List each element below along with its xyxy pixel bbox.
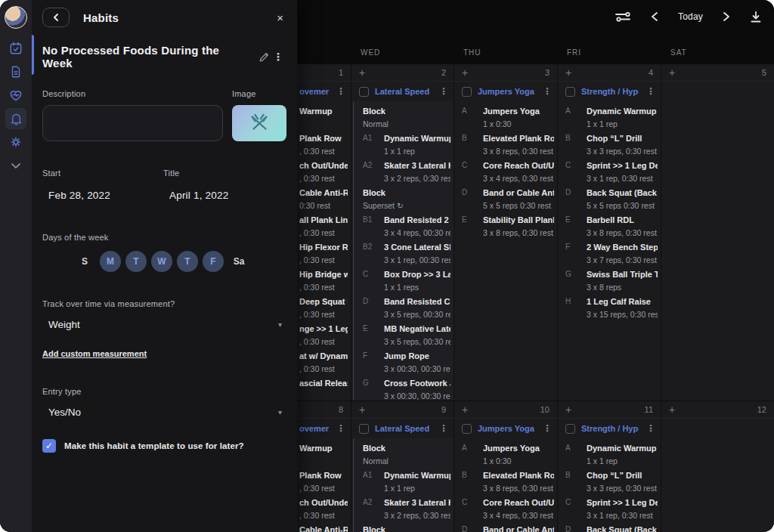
- workout-card[interactable]: Strength / Hypertro... ⋮ A Dynamic Warmu…: [557, 82, 661, 401]
- workout-card[interactable]: ovement Q... ⋮ Warmup: [297, 419, 351, 532]
- day-header: THU: [454, 48, 557, 57]
- workout-title[interactable]: Strength / Hypertro...: [581, 424, 639, 433]
- workout-card-body: A Dynamic Warmup 1 x 1 rep B: [558, 101, 661, 401]
- workout-title[interactable]: ovement Q...: [299, 424, 329, 433]
- day-toggle[interactable]: T: [125, 251, 147, 272]
- date-number: 10: [540, 405, 550, 414]
- workout-title[interactable]: Jumpers Yoga / Core: [478, 87, 535, 96]
- user-avatar[interactable]: [5, 6, 27, 29]
- template-checkbox[interactable]: ✓: [42, 439, 56, 453]
- workout-title[interactable]: ovement Q...: [299, 87, 329, 96]
- sidebar-item-settings[interactable]: [5, 131, 26, 153]
- workout-card-header[interactable]: Lateral Speed / Plyo ⋮: [351, 82, 454, 101]
- add-workout-button[interactable]: +: [565, 67, 571, 78]
- day-toggle[interactable]: M: [100, 251, 121, 272]
- workout-menu-icon[interactable]: ⋮: [335, 423, 347, 434]
- start-date-value[interactable]: Feb 28, 2022: [42, 190, 163, 201]
- workout-card-header[interactable]: ovement Q... ⋮: [297, 82, 351, 101]
- workout-card[interactable]: Jumpers Yoga / Core ⋮ A Jumpers Yoga: [454, 82, 557, 401]
- habit-image-tile[interactable]: [232, 105, 286, 141]
- exercise-letter: B: [462, 133, 483, 156]
- workout-menu-icon[interactable]: ⋮: [541, 423, 553, 434]
- workout-card-header[interactable]: ovement Q... ⋮: [297, 419, 351, 438]
- habit-menu-icon[interactable]: ⋮: [270, 51, 286, 63]
- workout-card[interactable]: ovement Q... ⋮ Warmup: [297, 82, 351, 401]
- exercise-letter: A2: [363, 160, 384, 184]
- workout-card[interactable]: Strength / Hypertro... ⋮ A Dynamic Warmu…: [557, 419, 661, 532]
- filter-sliders-button[interactable]: [615, 10, 631, 23]
- exercise-name: Skater 3 Lateral Hops >> ...: [384, 497, 450, 508]
- sidebar-collapse-chevron[interactable]: [5, 155, 26, 176]
- sidebar-item-programs[interactable]: [5, 61, 26, 82]
- description-input[interactable]: [42, 105, 223, 141]
- workout-menu-icon[interactable]: ⋮: [541, 86, 553, 97]
- workout-card[interactable]: ⋮: [661, 82, 774, 401]
- sidebar-item-habits[interactable]: [5, 108, 26, 129]
- workout-title[interactable]: Lateral Speed / Plyo: [375, 87, 432, 96]
- exercise-name: all Plank Linear ...: [299, 215, 348, 225]
- date-cell: + 11: [557, 401, 661, 418]
- workout-card[interactable]: Jumpers Yoga / Core ⋮ A Jumpers Yoga: [454, 419, 557, 532]
- exercise-name: Dynamic Warmup: [587, 443, 658, 453]
- add-custom-measurement-link[interactable]: Add custom measurement: [42, 349, 147, 358]
- workout-complete-checkbox[interactable]: [565, 424, 575, 434]
- workout-menu-icon[interactable]: ⋮: [438, 423, 450, 434]
- date-number: 11: [645, 405, 653, 414]
- workout-complete-checkbox[interactable]: [462, 87, 472, 97]
- chevron-down-icon: ▾: [278, 320, 282, 329]
- close-icon[interactable]: ×: [274, 10, 286, 26]
- date-cell: 8: [297, 401, 351, 418]
- exercise-detail: 1 x 1 rep: [587, 456, 658, 466]
- workout-card-header[interactable]: Strength / Hypertro... ⋮: [558, 82, 661, 101]
- workout-card-header[interactable]: Lateral Speed / Plyo ⋮: [351, 419, 454, 438]
- day-toggle[interactable]: Sa: [228, 251, 249, 272]
- add-workout-button[interactable]: +: [462, 404, 468, 415]
- exercise-letter: C: [363, 269, 384, 292]
- today-button[interactable]: Today: [678, 11, 703, 22]
- workout-complete-checkbox[interactable]: [359, 87, 369, 97]
- back-button[interactable]: [42, 8, 70, 27]
- add-workout-button[interactable]: +: [359, 67, 365, 78]
- workout-complete-checkbox[interactable]: [359, 424, 369, 434]
- workout-card[interactable]: ⋮: [661, 419, 774, 532]
- workout-card-header[interactable]: Strength / Hypertro... ⋮: [558, 419, 661, 438]
- prev-week-button[interactable]: [651, 11, 658, 22]
- workout-title[interactable]: Lateral Speed / Plyo: [375, 424, 432, 433]
- add-workout-button[interactable]: +: [462, 67, 468, 78]
- workout-menu-icon[interactable]: ⋮: [645, 86, 657, 97]
- add-workout-button[interactable]: +: [669, 404, 675, 415]
- add-workout-button[interactable]: +: [669, 67, 675, 78]
- workout-card[interactable]: Lateral Speed / Plyo ⋮ Block Normal: [351, 419, 454, 532]
- next-week-button[interactable]: [723, 11, 730, 22]
- sidebar-item-health[interactable]: [5, 85, 26, 106]
- measurement-select[interactable]: Weight ▾: [42, 317, 286, 331]
- workout-complete-checkbox[interactable]: [462, 424, 472, 434]
- end-date-value[interactable]: April 1, 2022: [163, 190, 284, 201]
- sidebar-item-calendar[interactable]: [5, 38, 26, 59]
- entry-type-select[interactable]: Yes/No ▾: [42, 405, 286, 419]
- workout-title[interactable]: Strength / Hypertro...: [581, 87, 639, 96]
- exercise-name: Dynamic Warmup: [384, 470, 450, 481]
- workout-complete-checkbox[interactable]: [565, 87, 575, 97]
- workout-card-body: A Dynamic Warmup 1 x 1 rep B: [558, 438, 661, 532]
- workout-menu-icon[interactable]: ⋮: [645, 423, 657, 434]
- day-toggle[interactable]: F: [203, 251, 224, 272]
- workout-card-header[interactable]: Jumpers Yoga / Core ⋮: [454, 419, 557, 438]
- add-workout-button[interactable]: +: [565, 404, 571, 415]
- exercise-letter: E: [462, 215, 483, 238]
- download-button[interactable]: [750, 11, 762, 23]
- day-toggle[interactable]: T: [177, 251, 198, 272]
- day-toggle[interactable]: W: [151, 251, 172, 272]
- workout-card[interactable]: Lateral Speed / Plyo ⋮ Block Normal: [351, 82, 454, 401]
- workout-menu-icon[interactable]: ⋮: [335, 86, 347, 97]
- exercise-row: E Barbell RDL 3 x 8 reps, 0:30 rest: [565, 215, 658, 238]
- workout-menu-icon[interactable]: ⋮: [438, 86, 450, 97]
- workout-card-header[interactable]: Jumpers Yoga / Core ⋮: [454, 82, 557, 101]
- exercise-letter: E: [363, 323, 384, 347]
- exercise-row: Hip Bridge w/ ... , 0:30 rest: [299, 269, 348, 292]
- edit-pencil-icon[interactable]: [259, 51, 270, 63]
- add-workout-button[interactable]: +: [359, 404, 365, 415]
- workout-title[interactable]: Jumpers Yoga / Core: [478, 424, 535, 433]
- day-toggle[interactable]: S: [74, 251, 95, 272]
- exercise-detail: 3 x 3 reps, 0:30 rest: [587, 146, 658, 156]
